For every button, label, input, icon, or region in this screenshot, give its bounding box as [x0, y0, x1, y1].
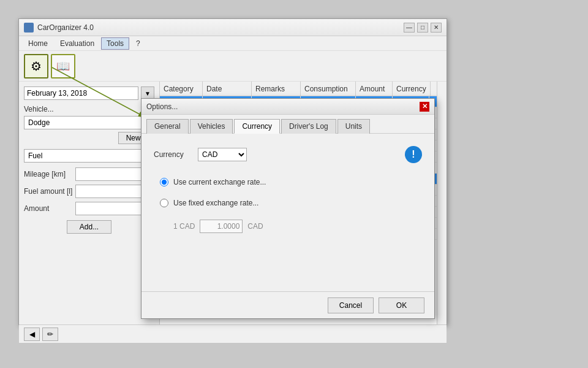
- scrollbar[interactable]: [437, 82, 447, 324]
- tab-units[interactable]: Units: [337, 119, 370, 134]
- col-date: Date: [203, 82, 252, 96]
- fixed-rate-label: Use fixed exchange rate...: [173, 199, 258, 207]
- dialog-title: Options...: [146, 102, 178, 111]
- vehicle-group: Vehicle... Dodge New...: [24, 105, 154, 144]
- fixed-rate-prefix: 1 CAD: [173, 222, 195, 231]
- date-input[interactable]: [24, 86, 138, 100]
- add-button[interactable]: Add...: [67, 220, 111, 234]
- date-selector: ▼: [24, 86, 154, 100]
- col-currency: Currency: [393, 82, 431, 96]
- app-title: CarOrganizer 4.0: [37, 23, 94, 32]
- menu-item-help[interactable]: ?: [130, 37, 146, 50]
- app-icon: [24, 23, 34, 33]
- vehicle-label: Vehicle...: [24, 105, 154, 113]
- category-group: Fuel: [24, 149, 154, 163]
- fixed-rate-inputs: 1 CAD CAD: [173, 220, 422, 233]
- book-icon: 📖: [56, 59, 70, 73]
- dialog-footer: Cancel OK: [141, 291, 434, 318]
- menu-item-tools[interactable]: Tools: [101, 37, 129, 50]
- svg-point-0: [26, 25, 32, 31]
- fixed-rate-suffix: CAD: [247, 222, 263, 231]
- gear-icon: ⚙: [31, 59, 42, 74]
- exchange-section: Use current exchange rate... Use fixed e…: [160, 178, 422, 233]
- menu-bar: Home Evaluation Tools ?: [19, 36, 447, 51]
- dialog-close-button[interactable]: ✕: [420, 102, 429, 112]
- vehicle-select[interactable]: Dodge: [24, 116, 154, 129]
- minimize-button[interactable]: —: [404, 23, 415, 33]
- fixed-rate-row: Use fixed exchange rate...: [160, 199, 422, 207]
- col-category: Category: [160, 82, 203, 96]
- ok-button[interactable]: OK: [379, 297, 424, 313]
- fuel-amount-label: Fuel amount [l]: [24, 187, 73, 196]
- title-bar: CarOrganizer 4.0 — □ ✕: [19, 19, 447, 36]
- info-icon: !: [405, 146, 422, 163]
- manual-toolbar-btn[interactable]: 📖: [51, 54, 75, 79]
- currency-dropdown[interactable]: CAD USD EUR GBP: [198, 148, 247, 161]
- close-button[interactable]: ✕: [431, 23, 442, 33]
- dialog-content: Currency CAD USD EUR GBP ! Use current e…: [141, 134, 434, 245]
- bottom-bar: ◀ ✏: [19, 324, 447, 343]
- current-rate-radio[interactable]: [160, 178, 168, 186]
- currency-field-label: Currency: [154, 150, 190, 159]
- left-panel: ▼ Vehicle... Dodge New... Fuel Mileage […: [19, 82, 160, 324]
- title-bar-left: CarOrganizer 4.0: [24, 23, 94, 33]
- toolbar: ⚙ 📖: [19, 51, 447, 82]
- title-controls: — □ ✕: [404, 23, 442, 33]
- amount-row: Amount CAD: [24, 202, 154, 215]
- col-remarks: Remarks: [252, 82, 301, 96]
- current-rate-row: Use current exchange rate...: [160, 178, 422, 186]
- fuel-amount-row: Fuel amount [l] full...: [24, 185, 154, 198]
- current-rate-label: Use current exchange rate...: [173, 178, 266, 186]
- table-header: Category Date Remarks Consumption Amount…: [160, 82, 447, 96]
- options-toolbar-btn[interactable]: ⚙: [24, 54, 48, 79]
- currency-row: Currency CAD USD EUR GBP !: [154, 146, 422, 163]
- mileage-label: Mileage [km]: [24, 170, 73, 178]
- tab-drivers-log[interactable]: Driver's Log: [281, 119, 336, 134]
- nav-prev-btn[interactable]: ◀: [24, 328, 40, 341]
- tab-vehicles[interactable]: Vehicles: [190, 119, 233, 134]
- category-select[interactable]: Fuel: [24, 149, 154, 163]
- menu-item-home[interactable]: Home: [23, 37, 53, 50]
- tab-general[interactable]: General: [146, 119, 189, 134]
- amount-label: Amount: [24, 204, 73, 213]
- cancel-button[interactable]: Cancel: [328, 297, 374, 313]
- dialog-title-bar: Options... ✕: [141, 99, 434, 115]
- fixed-rate-value-input[interactable]: [200, 220, 243, 233]
- mileage-row: Mileage [km]: [24, 167, 154, 181]
- dialog-tabs: General Vehicles Currency Driver's Log U…: [141, 115, 434, 134]
- fixed-rate-radio[interactable]: [160, 199, 168, 207]
- menu-item-evaluation[interactable]: Evaluation: [55, 37, 100, 50]
- edit-btn[interactable]: ✏: [42, 328, 58, 341]
- col-consumption: Consumption: [301, 82, 356, 96]
- col-amount: Amount: [356, 82, 393, 96]
- tab-currency[interactable]: Currency: [234, 119, 280, 134]
- options-dialog: Options... ✕ General Vehicles Currency D…: [141, 98, 435, 319]
- maximize-button[interactable]: □: [417, 23, 428, 33]
